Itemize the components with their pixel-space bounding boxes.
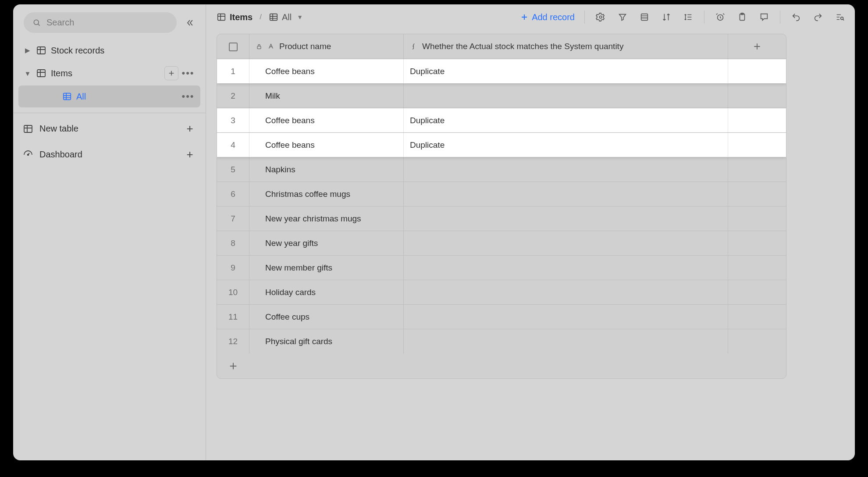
- gauge-icon: [23, 150, 33, 160]
- sidebar: Search ▶ Stock records ▼ Items: [13, 4, 206, 460]
- cell-stock-match[interactable]: Duplicate: [404, 59, 728, 83]
- cell-product-name[interactable]: Physical gift cards: [249, 329, 404, 354]
- grid-header: Product name Whether the Actual stock ma…: [217, 34, 786, 59]
- sidebar-item-items[interactable]: ▼ Items •••: [18, 61, 200, 85]
- add-record-button[interactable]: Add record: [520, 12, 575, 22]
- table-row[interactable]: 8New year gifts: [217, 231, 786, 256]
- search-input[interactable]: Search: [24, 12, 177, 33]
- svg-line-42: [843, 19, 844, 20]
- cell-product-name[interactable]: Coffee beans: [249, 133, 404, 157]
- breadcrumb-table-label: Items: [230, 12, 253, 22]
- cell-empty: [728, 280, 786, 304]
- cell-product-name[interactable]: New member gifts: [249, 256, 404, 280]
- add-view-button[interactable]: [164, 66, 178, 80]
- undo-button[interactable]: [790, 11, 802, 23]
- cell-stock-match[interactable]: [404, 206, 728, 231]
- clipboard-button[interactable]: [736, 11, 748, 23]
- toolbar: Items / All ▼ Add record: [206, 4, 855, 30]
- table-row[interactable]: 6Christmas coffee mugs: [217, 182, 786, 206]
- reminder-button[interactable]: [714, 11, 726, 23]
- row-number: 12: [217, 329, 249, 354]
- settings-button[interactable]: [594, 11, 607, 23]
- row-number: 4: [217, 133, 249, 157]
- table-row[interactable]: 11Coffee cups: [217, 305, 786, 329]
- add-record-label: Add record: [532, 12, 575, 22]
- row-height-button[interactable]: [682, 11, 694, 23]
- cell-empty: [728, 305, 786, 329]
- row-number: 8: [217, 231, 249, 255]
- cell-stock-match[interactable]: [404, 329, 728, 354]
- table-icon: [36, 45, 46, 56]
- breadcrumb-view[interactable]: All ▼: [269, 12, 303, 22]
- sidebar-item-stock-records[interactable]: ▶ Stock records: [18, 40, 200, 61]
- row-number: 7: [217, 206, 249, 231]
- collapse-sidebar-button[interactable]: [181, 14, 199, 32]
- add-column-button[interactable]: [728, 34, 786, 59]
- more-options-button[interactable]: •••: [181, 68, 195, 79]
- cell-empty: [728, 182, 786, 206]
- cell-stock-match[interactable]: Duplicate: [404, 133, 728, 157]
- column-header-product-name[interactable]: Product name: [249, 34, 404, 59]
- table-icon: [36, 68, 46, 78]
- table-row[interactable]: 1Coffee beansDuplicate: [217, 59, 786, 84]
- table-row[interactable]: 4Coffee beansDuplicate: [217, 133, 786, 157]
- row-number: 11: [217, 305, 249, 329]
- table-row[interactable]: 3Coffee beansDuplicate: [217, 108, 786, 133]
- more-options-button[interactable]: •••: [181, 91, 195, 102]
- sort-button[interactable]: [660, 11, 672, 23]
- redo-button[interactable]: [812, 11, 824, 23]
- sidebar-view-all[interactable]: All •••: [18, 85, 200, 107]
- add-row-button[interactable]: [217, 354, 786, 378]
- svg-point-0: [34, 20, 39, 25]
- table-row[interactable]: 7New year christmas mugs: [217, 206, 786, 231]
- column-label: Product name: [279, 42, 331, 51]
- cell-product-name[interactable]: New year gifts: [249, 231, 404, 255]
- table-row[interactable]: 5Napkins: [217, 157, 786, 182]
- cell-product-name[interactable]: Coffee beans: [249, 108, 404, 132]
- checkbox-icon: [229, 43, 238, 51]
- cell-empty: [728, 206, 786, 231]
- table-icon: [217, 12, 226, 22]
- find-button[interactable]: [834, 11, 846, 23]
- row-number: 9: [217, 256, 249, 280]
- comment-button[interactable]: [758, 11, 770, 23]
- cell-product-name[interactable]: Napkins: [249, 157, 404, 182]
- row-number: 1: [217, 59, 249, 83]
- table-row[interactable]: 2Milk: [217, 84, 786, 108]
- cell-stock-match[interactable]: [404, 182, 728, 206]
- filter-button[interactable]: [616, 11, 629, 23]
- column-header-stock-match[interactable]: Whether the Actual stock matches the Sys…: [404, 34, 728, 59]
- select-all-cell[interactable]: [217, 34, 249, 59]
- cell-product-name[interactable]: Holiday cards: [249, 280, 404, 304]
- cell-stock-match[interactable]: [404, 305, 728, 329]
- table-row[interactable]: 12Physical gift cards: [217, 329, 786, 354]
- cell-stock-match[interactable]: Duplicate: [404, 108, 728, 132]
- cell-stock-match[interactable]: [404, 84, 728, 108]
- svg-rect-29: [641, 14, 648, 21]
- lock-icon: [256, 43, 263, 50]
- cell-product-name[interactable]: Milk: [249, 84, 404, 108]
- cell-stock-match[interactable]: [404, 256, 728, 280]
- table-row[interactable]: 9New member gifts: [217, 256, 786, 280]
- cell-empty: [728, 84, 786, 108]
- cell-stock-match[interactable]: [404, 231, 728, 255]
- row-number: 10: [217, 280, 249, 304]
- breadcrumb-separator: /: [260, 13, 262, 21]
- dashboard-action[interactable]: Dashboard +: [13, 142, 206, 167]
- cell-product-name[interactable]: Christmas coffee mugs: [249, 182, 404, 206]
- table-row[interactable]: 10Holiday cards: [217, 280, 786, 305]
- sidebar-item-label: Stock records: [51, 46, 104, 56]
- cell-product-name[interactable]: Coffee beans: [249, 59, 404, 83]
- cell-product-name[interactable]: New year christmas mugs: [249, 206, 404, 231]
- new-table-action[interactable]: New table +: [13, 116, 206, 142]
- breadcrumb-view-label: All: [282, 12, 292, 22]
- list-button[interactable]: [638, 11, 651, 23]
- sidebar-item-label: Items: [51, 68, 72, 78]
- cell-empty: [728, 329, 786, 354]
- records-grid: Product name Whether the Actual stock ma…: [217, 34, 786, 379]
- cell-stock-match[interactable]: [404, 280, 728, 304]
- svg-point-18: [28, 154, 29, 155]
- cell-stock-match[interactable]: [404, 157, 728, 182]
- breadcrumb-table[interactable]: Items: [217, 12, 253, 22]
- cell-product-name[interactable]: Coffee cups: [249, 305, 404, 329]
